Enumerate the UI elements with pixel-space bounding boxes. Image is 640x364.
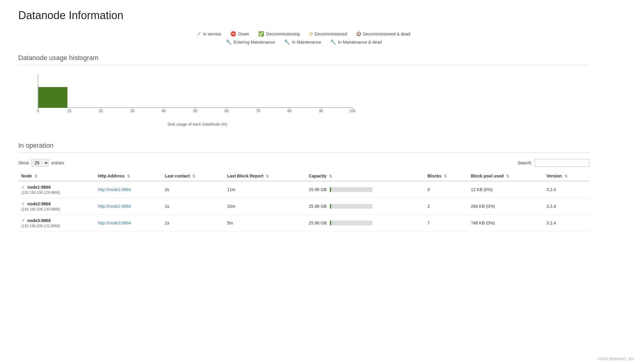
operation-title: In operation bbox=[18, 142, 589, 150]
cell-version-node3: 3.2.4 bbox=[543, 215, 589, 231]
capacity-bar-bg-node1 bbox=[330, 187, 372, 192]
svg-text:20: 20 bbox=[99, 109, 103, 113]
operation-section: In operation Show 10 25 50 100 entries S… bbox=[18, 142, 589, 231]
legend-down: ⛔ Down bbox=[230, 31, 249, 37]
data-table: Node ⇅ Http Address ⇅ Last contact ⇅ Las… bbox=[18, 171, 589, 231]
col-block-pool-label: Block pool used bbox=[471, 174, 504, 178]
operation-divider bbox=[18, 153, 589, 153]
search-input[interactable] bbox=[535, 159, 589, 167]
node-sort-icon[interactable]: ⇅ bbox=[34, 174, 37, 178]
cell-block-report-node3: 5m bbox=[224, 215, 306, 231]
col-node: Node ⇅ bbox=[18, 171, 95, 181]
cell-blocks-node2: 2 bbox=[424, 198, 468, 215]
cell-block-pool-node1: 12 KB (0%) bbox=[468, 181, 543, 198]
node-status-icon-node2: ✓ bbox=[21, 201, 25, 206]
cell-version-node1: 3.2.4 bbox=[543, 181, 589, 198]
col-block-pool: Block pool used ⇅ bbox=[468, 171, 543, 181]
chart-x-label: Disk usage of each DataNode (%) bbox=[36, 122, 358, 126]
cell-block-pool-node3: 748 KB (0%) bbox=[468, 215, 543, 231]
svg-text:30: 30 bbox=[130, 109, 135, 113]
last-block-sort-icon[interactable]: ⇅ bbox=[266, 174, 269, 178]
search-box: Search: bbox=[518, 159, 589, 167]
legend-in-service-label: In service bbox=[203, 32, 221, 36]
col-blocks: Blocks ⇅ bbox=[424, 171, 468, 181]
svg-text:50: 50 bbox=[193, 109, 197, 113]
table-controls: Show 10 25 50 100 entries Search: bbox=[18, 159, 589, 167]
chart-wrapper: 3 0 10 20 30 40 50 bbox=[24, 71, 589, 126]
decommissioned-icon: ⊘ bbox=[309, 31, 313, 37]
entries-select[interactable]: 10 25 50 100 bbox=[31, 159, 49, 167]
version-sort-icon[interactable]: ⇅ bbox=[564, 174, 567, 178]
legend-in-service: ✓ In service bbox=[197, 31, 221, 37]
svg-text:40: 40 bbox=[162, 109, 166, 113]
legend-entering-maintenance: 🔧 Entering Maintenance bbox=[226, 39, 275, 45]
node-status-icon-node1: ✓ bbox=[21, 184, 25, 190]
col-version: Version ⇅ bbox=[543, 171, 589, 181]
page-title: Datanode Information bbox=[18, 9, 589, 22]
svg-text:70: 70 bbox=[256, 109, 260, 113]
svg-text:90: 90 bbox=[319, 109, 323, 113]
legend-in-maintenance-dead: 🔧 In Maintenance & dead bbox=[330, 39, 382, 45]
svg-text:3: 3 bbox=[52, 81, 54, 86]
cell-capacity-node1: 25.98 GB bbox=[306, 181, 425, 198]
legend-decommissioned-dead: ⏻ Decommissioned & dead bbox=[356, 31, 410, 37]
col-blocks-label: Blocks bbox=[427, 174, 441, 178]
cell-http-node3: http://node3:9864 bbox=[95, 215, 162, 231]
show-label: Show bbox=[18, 160, 29, 165]
histogram-section: Datanode usage histogram 3 0 10 bbox=[18, 54, 589, 126]
table-row: ✓ node1:9866 (192.168.206.129:9866) http… bbox=[18, 181, 589, 198]
http-sort-icon[interactable]: ⇅ bbox=[127, 174, 130, 178]
cell-blocks-node3: 7 bbox=[424, 215, 468, 231]
cell-contact-node3: 1s bbox=[162, 215, 224, 231]
col-capacity: Capacity ⇅ bbox=[306, 171, 425, 181]
check-icon-green: ✓ bbox=[197, 31, 201, 37]
node-ip-node2: (192.168.206.130:9866) bbox=[21, 207, 60, 211]
legend-entering-maintenance-label: Entering Maintenance bbox=[234, 40, 275, 45]
svg-text:100: 100 bbox=[349, 109, 355, 113]
search-label: Search: bbox=[518, 160, 532, 165]
capacity-sort-icon[interactable]: ⇅ bbox=[329, 174, 332, 178]
capacity-bar-fill-node1 bbox=[330, 187, 331, 192]
svg-text:0: 0 bbox=[37, 109, 39, 113]
blocks-sort-icon[interactable]: ⇅ bbox=[444, 174, 447, 178]
col-version-label: Version bbox=[546, 174, 562, 178]
http-link-node1[interactable]: http://node1:9864 bbox=[98, 187, 131, 192]
svg-text:80: 80 bbox=[287, 109, 292, 113]
table-body: ✓ node1:9866 (192.168.206.129:9866) http… bbox=[18, 181, 589, 231]
svg-text:60: 60 bbox=[224, 109, 229, 113]
cell-capacity-node2: 25.98 GB bbox=[306, 198, 425, 215]
legend-decommissioning-label: Decommissioning bbox=[266, 32, 299, 36]
svg-rect-2 bbox=[38, 87, 67, 108]
node-name-node3: node3:9866 bbox=[27, 218, 51, 223]
col-http: Http Address ⇅ bbox=[95, 171, 162, 181]
http-link-node3[interactable]: http://node3:9864 bbox=[98, 221, 131, 225]
cell-http-node2: http://node2:9864 bbox=[95, 198, 162, 215]
legend-down-label: Down bbox=[238, 32, 249, 36]
table-header-row: Node ⇅ Http Address ⇅ Last contact ⇅ Las… bbox=[18, 171, 589, 181]
cell-node-node2: ✓ node2:9866 (192.168.206.130:9866) bbox=[18, 198, 95, 215]
cell-contact-node2: 1s bbox=[162, 198, 224, 215]
capacity-bar-bg-node2 bbox=[330, 204, 372, 209]
cell-node-node1: ✓ node1:9866 (192.168.206.129:9866) bbox=[18, 181, 95, 198]
col-last-block: Last Block Report ⇅ bbox=[224, 171, 306, 181]
block-pool-sort-icon[interactable]: ⇅ bbox=[506, 174, 509, 178]
svg-text:10: 10 bbox=[67, 109, 71, 113]
decommissioned-dead-icon: ⏻ bbox=[356, 31, 361, 37]
capacity-bar-fill-node3 bbox=[330, 221, 331, 225]
legend-decommissioned-dead-label: Decommissioned & dead bbox=[363, 32, 410, 36]
last-contact-sort-icon[interactable]: ⇅ bbox=[192, 174, 195, 178]
col-last-contact: Last contact ⇅ bbox=[162, 171, 224, 181]
entering-maintenance-icon: 🔧 bbox=[226, 39, 232, 45]
entries-label: entries bbox=[51, 160, 64, 165]
cell-block-report-node1: 11m bbox=[224, 181, 306, 198]
decommissioning-icon: ✅ bbox=[258, 31, 264, 37]
legend-row-2: 🔧 Entering Maintenance 🔧 In Maintenance … bbox=[226, 39, 382, 45]
capacity-bar-fill-node2 bbox=[330, 204, 331, 209]
capacity-text-node2: 25.98 GB bbox=[309, 204, 327, 209]
node-name-node2: node2:9866 bbox=[27, 201, 51, 206]
http-link-node2[interactable]: http://node2:9864 bbox=[98, 204, 131, 209]
cell-blocks-node1: 0 bbox=[424, 181, 468, 198]
node-ip-node3: (192.168.206.131:9866) bbox=[21, 224, 60, 228]
col-node-label: Node bbox=[21, 174, 32, 178]
legend-decommissioned-label: Decommissioned bbox=[315, 32, 347, 36]
